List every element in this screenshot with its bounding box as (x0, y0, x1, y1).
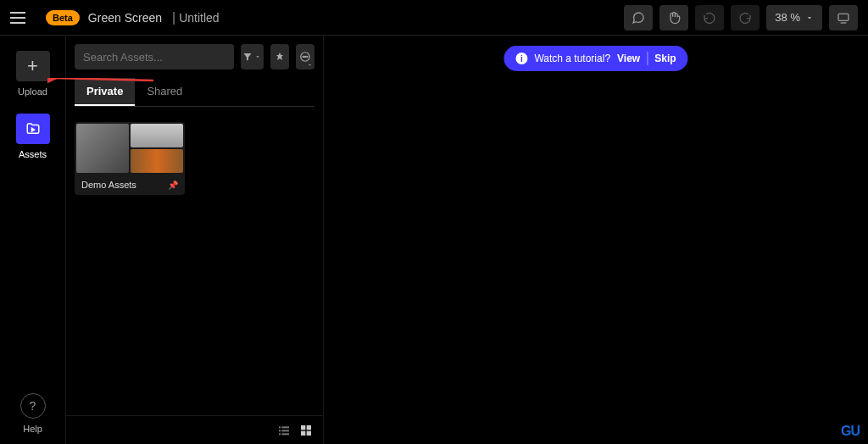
zoom-dropdown[interactable]: 38 % (766, 5, 822, 31)
svg-rect-12 (301, 425, 305, 430)
help-icon: ? (20, 393, 46, 419)
pin-button[interactable] (270, 44, 289, 69)
assets-panel: Private Shared Demo Assets 📌 (66, 36, 324, 444)
plus-icon: + (16, 51, 50, 81)
asset-tabs: Private Shared (75, 78, 314, 107)
folder-thumbnails (75, 122, 185, 175)
svg-rect-13 (307, 425, 311, 430)
svg-rect-15 (307, 430, 311, 435)
filter-button[interactable] (241, 44, 264, 69)
chevron-down-icon (254, 53, 261, 60)
search-input[interactable] (75, 44, 234, 69)
more-button[interactable] (296, 44, 314, 69)
menu-button[interactable] (10, 8, 31, 28)
left-nav: + Upload Assets ? Help (0, 36, 66, 444)
assets-label: Assets (19, 149, 47, 159)
comment-button[interactable] (624, 5, 653, 31)
tutorial-skip-button[interactable]: Skip (654, 53, 676, 64)
svg-rect-14 (301, 430, 305, 435)
svg-rect-9 (281, 430, 289, 431)
svg-point-5 (307, 56, 308, 57)
folder-play-icon (25, 121, 41, 136)
list-icon (277, 424, 291, 437)
display-button[interactable] (829, 5, 858, 31)
help-button[interactable]: ? Help (20, 393, 46, 434)
more-icon (299, 51, 311, 63)
tab-shared[interactable]: Shared (135, 78, 194, 106)
beta-badge: Beta (46, 10, 80, 25)
redo-button[interactable] (731, 5, 760, 31)
svg-rect-8 (279, 430, 281, 431)
folder-demo-assets[interactable]: Demo Assets 📌 (75, 122, 185, 195)
svg-rect-11 (281, 433, 289, 435)
assets-nav-button[interactable]: Assets (16, 114, 50, 159)
project-title[interactable]: Untitled (179, 11, 219, 25)
pin-icon[interactable]: 📌 (168, 180, 178, 190)
filter-icon (242, 52, 253, 62)
svg-rect-7 (281, 426, 289, 428)
display-icon (837, 11, 850, 25)
pan-button[interactable] (659, 5, 688, 31)
help-label: Help (23, 424, 42, 434)
title-divider: | (172, 10, 175, 25)
folder-name: Demo Assets (81, 180, 136, 190)
upload-button[interactable]: + Upload (16, 51, 50, 97)
svg-point-3 (303, 56, 303, 57)
tutorial-banner: i Watch a tutorial? View Skip (504, 46, 687, 71)
canvas-area[interactable]: i Watch a tutorial? View Skip (324, 36, 868, 444)
info-icon: i (515, 53, 527, 64)
watermark: GU (841, 424, 860, 439)
hand-icon (667, 11, 681, 25)
redo-icon (738, 11, 752, 25)
tutorial-text: Watch a tutorial? (534, 53, 610, 64)
pin-icon (275, 52, 285, 62)
svg-rect-0 (838, 14, 849, 20)
chevron-down-icon (307, 62, 313, 68)
svg-point-4 (304, 56, 305, 57)
undo-icon (703, 11, 716, 25)
grid-icon (299, 424, 313, 437)
svg-rect-6 (279, 426, 281, 428)
grid-view-button[interactable] (299, 424, 313, 437)
list-view-button[interactable] (277, 424, 291, 437)
upload-label: Upload (18, 86, 47, 97)
tab-private[interactable]: Private (75, 78, 135, 106)
undo-button[interactable] (695, 5, 724, 31)
top-bar: Beta Green Screen | Untitled 38 % (0, 0, 868, 36)
tutorial-view-button[interactable]: View (617, 53, 640, 64)
app-name: Green Screen (88, 11, 162, 25)
chevron-down-icon (805, 14, 814, 22)
comment-icon (632, 11, 645, 25)
svg-rect-10 (279, 433, 281, 435)
zoom-value: 38 % (775, 11, 800, 24)
